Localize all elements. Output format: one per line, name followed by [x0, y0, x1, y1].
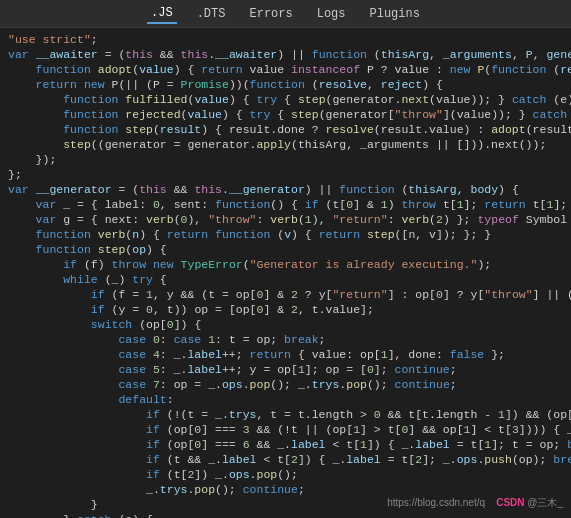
tab-dts[interactable]: .DTS — [193, 5, 230, 23]
code-line: case 0: case 1: t = op; break; — [0, 332, 571, 347]
code-line: case 5: _.label++; y = op[1]; op = [0]; … — [0, 362, 571, 377]
code-line: } catch (e) { — [0, 512, 571, 518]
code-line: _.trys.pop(); continue; — [0, 482, 571, 497]
code-line: if (!(t = _.trys, t = t.length > 0 && t[… — [0, 407, 571, 422]
code-line: if (f) throw new TypeError("Generator is… — [0, 257, 571, 272]
code-line: return new P(|| (P = Promise))(function … — [0, 77, 571, 92]
code-area: "use strict"; var __awaiter = (this && t… — [0, 28, 571, 518]
code-line: while (_) try { — [0, 272, 571, 287]
tab-logs[interactable]: Logs — [313, 5, 350, 23]
code-line: }; — [0, 167, 571, 182]
tab-plugins[interactable]: Plugins — [366, 5, 424, 23]
code-line: function adopt(value) { return value ins… — [0, 62, 571, 77]
code-line: case 7: op = _.ops.pop(); _.trys.pop(); … — [0, 377, 571, 392]
code-line: if (op[0] === 6 && _.label < t[1]) { _.l… — [0, 437, 571, 452]
code-line: function step(op) { — [0, 242, 571, 257]
tab-js[interactable]: .JS — [147, 4, 177, 24]
code-line: if (t[2]) _.ops.pop(); — [0, 467, 571, 482]
code-line: step((generator = generator.apply(thisAr… — [0, 137, 571, 152]
code-line: case 4: _.label++; return { value: op[1]… — [0, 347, 571, 362]
code-line: var _ = { label: 0, sent: function() { i… — [0, 197, 571, 212]
code-line: var __awaiter = (this && this.__awaiter)… — [0, 47, 571, 62]
code-line: switch (op[0]) { — [0, 317, 571, 332]
code-line: if (t && _.label < t[2]) { _.label = t[2… — [0, 452, 571, 467]
code-line: "use strict"; — [0, 32, 571, 47]
code-line: if (f = 1, y && (t = op[0] & 2 ? y["retu… — [0, 287, 571, 302]
watermark: https://blog.csdn.net/q CSDN @三木_ — [387, 496, 563, 510]
code-line: var g = { next: verb(0), "throw": verb(1… — [0, 212, 571, 227]
tab-bar: .JS .DTS Errors Logs Plugins — [0, 0, 571, 28]
code-line: function fulfilled(value) { try { step(g… — [0, 92, 571, 107]
code-line: var __generator = (this && this.__genera… — [0, 182, 571, 197]
code-line: }); — [0, 152, 571, 167]
code-line: default: — [0, 392, 571, 407]
code-line: function rejected(value) { try { step(ge… — [0, 107, 571, 122]
code-line: if (op[0] === 3 && (!t || (op[1] > t[0] … — [0, 422, 571, 437]
code-line: if (y = 0, t)) op = [op[0] & 2, t.value]… — [0, 302, 571, 317]
code-line: function step(result) { result.done ? re… — [0, 122, 571, 137]
code-line: function verb(n) { return function (v) {… — [0, 227, 571, 242]
tab-errors[interactable]: Errors — [245, 5, 296, 23]
